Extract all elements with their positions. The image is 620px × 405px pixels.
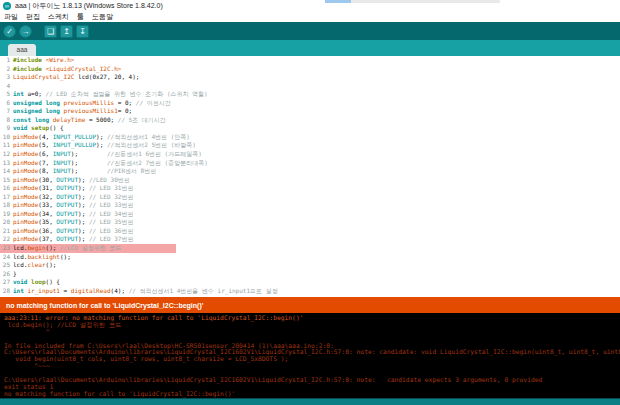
background-window-accent (325, 0, 351, 3)
code-text: pinMode(35, OUTPUT); // LED 35번핀 (13, 218, 133, 227)
menu-item[interactable]: 파일 (4, 12, 18, 22)
code-text: int a=0; // LED 순차적 점멸을 위한 변수 초기화 (스위치 역… (13, 90, 208, 99)
open-icon: ↥ (63, 25, 70, 38)
code-line: 15pinMode(30, OUTPUT); //LED 30번핀 (0, 176, 620, 185)
line-number: 25 (0, 261, 13, 270)
tab-aaa[interactable]: aaa (8, 44, 36, 56)
menu-item[interactable]: 스케치 (48, 12, 69, 22)
line-number: 26 (0, 270, 13, 279)
save-button[interactable]: ↧ (76, 25, 89, 38)
code-line: 28int ir_input1 = digitalRead(4); // 적외선… (0, 287, 620, 296)
code-text: pinMode(4, INPUT_PULLUP); //적외선센서1 4번핀 (… (13, 133, 190, 142)
code-text: pinMode(31, OUTPUT); // LED 31번핀 (13, 184, 133, 193)
code-line: 10pinMode(4, INPUT_PULLUP); //적외선센서1 4번핀… (0, 133, 620, 142)
code-line: 26} (0, 270, 620, 279)
code-text: pinMode(30, OUTPUT); //LED 30번핀 (13, 176, 130, 185)
status-bar (0, 398, 620, 405)
line-number: 19 (0, 210, 13, 219)
code-line: 9void setup() { (0, 124, 620, 133)
line-number: 28 (0, 287, 13, 296)
line-number: 12 (0, 150, 13, 159)
console-line: lcd.begin(); //LCD 설정위한 코드 (4, 322, 616, 329)
code-line: 5int a=0; // LED 순차적 점멸을 위한 변수 초기화 (스위치 … (0, 90, 620, 99)
code-text: lcd.begin(); //LCD 설정위한 코드 (13, 244, 121, 253)
code-text: pinMode(32, OUTPUT); // LED 32번핀 (13, 193, 133, 202)
line-number: 21 (0, 227, 13, 236)
line-number: 4 (0, 82, 13, 91)
line-number: 8 (0, 116, 13, 125)
window-title: aaa | 아두이노 1.8.13 (Windows Store 1.8.42.… (15, 1, 163, 11)
code-line: 6unsigned long previousMillis = 0; // 이전… (0, 99, 620, 108)
line-number: 3 (0, 73, 13, 82)
line-number: 11 (0, 141, 13, 150)
line-number: 24 (0, 253, 13, 262)
code-text: lcd.backlight(); (13, 253, 71, 262)
line-number: 5 (0, 90, 13, 99)
code-text: pinMode(5, INPUT_PULLUP); //적외선센서2 5번핀 (… (13, 141, 196, 150)
code-line: 20pinMode(35, OUTPUT); // LED 35번핀 (0, 218, 620, 227)
line-number: 14 (0, 167, 13, 176)
line-number: 22 (0, 235, 13, 244)
code-line: 17pinMode(32, OUTPUT); // LED 32번핀 (0, 193, 620, 202)
compiler-console[interactable]: aaa:23:11: error: no matching function f… (0, 313, 620, 398)
code-text: pinMode(36, OUTPUT); // LED 36번핀 (13, 227, 133, 236)
line-number: 9 (0, 124, 13, 133)
line-number: 7 (0, 107, 13, 116)
code-line: 18pinMode(33, OUTPUT); // LED 33번핀 (0, 201, 620, 210)
line-number: 18 (0, 201, 13, 210)
console-line: ^~~~ (4, 363, 616, 370)
line-number: 13 (0, 159, 13, 168)
code-editor[interactable]: 1#include <Wire.h>2#include <LiquidCryst… (0, 56, 620, 297)
verify-icon: ✓ (6, 25, 13, 38)
line-number: 20 (0, 218, 13, 227)
code-line: 16pinMode(31, OUTPUT); // LED 31번핀 (0, 184, 620, 193)
console-line: C:\Users\rlaal\Documents\Arduino\librari… (4, 377, 616, 384)
code-line: 24lcd.backlight(); (0, 253, 620, 262)
code-text: pinMode(37, OUTPUT); // LED 37번핀 (13, 235, 133, 244)
line-number: 17 (0, 193, 13, 202)
code-text: lcd.clear(); (13, 261, 56, 270)
menu-item[interactable]: 편집 (26, 12, 40, 22)
new-button[interactable]: ❏ (44, 25, 57, 38)
arduino-logo-icon: ∞ (3, 2, 11, 10)
code-line-error-highlight: 23lcd.begin(); //LCD 설정위한 코드 (0, 244, 620, 253)
code-line: 7unsigned long previousMillis1= 0; (0, 107, 620, 116)
code-text: unsigned long previousMillis = 0; // 이전시… (13, 99, 171, 108)
console-line: no matching function for call to 'Liquid… (4, 391, 616, 398)
menu-item[interactable]: 도움말 (92, 12, 113, 22)
code-line: 1#include <Wire.h> (0, 56, 620, 65)
save-icon: ↧ (79, 25, 86, 38)
code-line: 14pinMode(8, INPUT); //PIR센서 8번핀 (0, 167, 620, 176)
code-text: pinMode(34, OUTPUT); // LED 34번핀 (13, 210, 133, 219)
code-line: 22pinMode(37, OUTPUT); // LED 37번핀 (0, 235, 620, 244)
code-line: 2#include <LiquidCrystal_I2C.h> (0, 65, 620, 74)
verify-button[interactable]: ✓ (3, 25, 16, 38)
toolbar: ✓→❏↥↧ (0, 22, 620, 40)
background-window-edge (325, 0, 500, 3)
error-status-message: no matching function for call to 'Liquid… (6, 302, 203, 309)
menu-item[interactable]: 툴 (77, 12, 84, 22)
upload-button[interactable]: → (19, 25, 32, 38)
code-line: 19pinMode(34, OUTPUT); // LED 34번핀 (0, 210, 620, 219)
code-text: pinMode(33, OUTPUT); // LED 33번핀 (13, 201, 133, 210)
code-line: 13pinMode(7, INPUT); //진동센서2 7번핀 (중앙분리대쪽… (0, 159, 620, 168)
code-line: 11pinMode(5, INPUT_PULLUP); //적외선센서2 5번핀… (0, 141, 620, 150)
console-line: ^ (4, 329, 616, 336)
code-text: } (13, 270, 17, 279)
line-number: 16 (0, 184, 13, 193)
code-text: pinMode(7, INPUT); //진동센서2 7번핀 (중앙분리대쪽) (13, 159, 208, 168)
line-number: 15 (0, 176, 13, 185)
arduino-ide-window: ∞ aaa | 아두이노 1.8.13 (Windows Store 1.8.4… (0, 0, 620, 405)
code-text: pinMode(8, INPUT); //PIR센서 8번핀 (13, 167, 156, 176)
console-line: void begin(uint8_t cols, uint8_t rows, u… (4, 356, 616, 363)
upload-icon: → (22, 25, 30, 38)
code-text: #include <LiquidCrystal_I2C.h> (13, 65, 121, 74)
code-text: unsigned long previousMillis1= 0; (13, 107, 132, 116)
code-line: 3LiquidCrystal_I2C lcd(0x27, 20, 4); (0, 73, 620, 82)
open-button[interactable]: ↥ (60, 25, 73, 38)
code-text: int ir_input1 = digitalRead(4); // 적외선센서… (13, 287, 278, 296)
line-number: 27 (0, 278, 13, 287)
line-number: 6 (0, 99, 13, 108)
code-text: #include <Wire.h> (13, 56, 74, 65)
code-line: 8const long delayTime = 5000; // 5초 대기시간 (0, 116, 620, 125)
